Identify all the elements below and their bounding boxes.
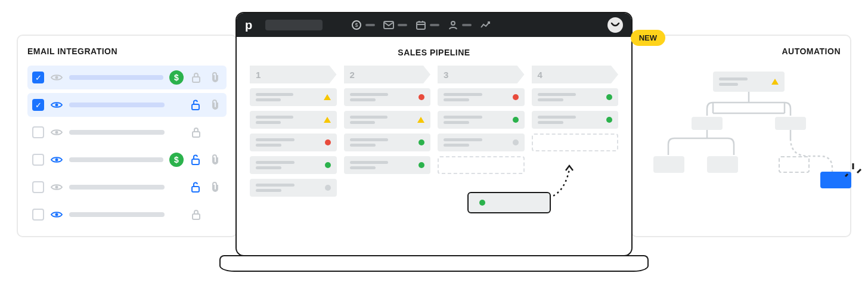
email-row[interactable]: ✓ $	[27, 66, 227, 89]
paperclip-icon[interactable]	[209, 72, 222, 83]
deal-card[interactable]	[344, 134, 431, 151]
paperclip-icon[interactable]	[209, 154, 222, 165]
paperclip-icon[interactable]	[209, 182, 222, 193]
svg-point-2	[55, 104, 58, 107]
nav-contacts[interactable]	[448, 20, 472, 30]
deal-card[interactable]	[438, 134, 525, 151]
deal-card[interactable]	[250, 111, 337, 129]
automation-tree	[641, 66, 841, 215]
row-placeholder	[69, 157, 163, 162]
deal-card[interactable]	[344, 88, 431, 106]
checkbox-icon[interactable]	[32, 126, 44, 138]
email-row[interactable]	[27, 175, 227, 199]
deal-card[interactable]	[532, 88, 619, 106]
svg-line-12	[845, 174, 848, 176]
automation-node[interactable]	[707, 156, 738, 173]
pipeline-stage: 3	[438, 66, 525, 197]
brand-logo[interactable]: p	[245, 18, 257, 32]
row-placeholder	[69, 103, 165, 107]
deal-card[interactable]	[250, 179, 337, 197]
unlock-icon[interactable]	[190, 182, 203, 193]
deal-card[interactable]	[250, 88, 337, 106]
status-dot-icon	[325, 162, 331, 168]
warning-icon	[417, 117, 424, 123]
status-dot-icon	[325, 139, 331, 145]
pipeline-stage: 2	[344, 66, 431, 197]
svg-rect-3	[192, 104, 199, 110]
status-dot-icon	[325, 185, 331, 191]
nav-deals[interactable]: $	[351, 20, 375, 30]
email-row[interactable]	[27, 120, 227, 144]
stage-header[interactable]: 3	[438, 66, 525, 83]
nav-calendar[interactable]	[416, 20, 439, 30]
status-dot-icon	[418, 94, 424, 100]
deal-card[interactable]	[344, 111, 431, 129]
panel-title: AUTOMATION	[641, 46, 841, 56]
email-integration-panel: EMAIL INTEGRATION ✓ $ ✓	[17, 35, 237, 237]
dragging-deal-card[interactable]	[467, 192, 551, 213]
email-rows: ✓ $ ✓	[27, 66, 227, 226]
eye-icon[interactable]	[50, 98, 63, 111]
svg-point-0	[55, 76, 58, 79]
new-badge: NEW	[631, 30, 665, 46]
lock-icon[interactable]	[190, 209, 203, 220]
search-input[interactable]	[265, 20, 323, 30]
unlock-icon[interactable]	[190, 100, 203, 110]
window-title: SALES PIPELINE	[237, 37, 631, 66]
eye-icon[interactable]	[50, 208, 63, 221]
row-placeholder	[69, 130, 165, 135]
deal-card[interactable]	[438, 111, 525, 129]
eye-icon[interactable]	[50, 71, 63, 84]
laptop-base	[219, 255, 649, 273]
automation-node[interactable]	[653, 156, 684, 173]
deal-card[interactable]	[438, 88, 525, 106]
money-icon: $	[169, 153, 184, 167]
stage-header[interactable]: 1	[250, 66, 337, 83]
nav-insights[interactable]	[480, 21, 491, 29]
email-row[interactable]	[27, 203, 227, 226]
eye-icon[interactable]	[50, 181, 63, 194]
unlock-icon[interactable]	[190, 154, 203, 165]
svg-line-14	[857, 169, 861, 173]
deal-card[interactable]	[250, 134, 337, 151]
avatar[interactable]	[607, 17, 623, 33]
automation-slot[interactable]	[779, 156, 810, 173]
deal-card[interactable]	[250, 156, 337, 174]
automation-root-node[interactable]	[713, 72, 785, 92]
eye-icon[interactable]	[50, 153, 63, 166]
eye-icon[interactable]	[50, 126, 63, 139]
drop-slot[interactable]	[532, 134, 619, 151]
checkbox-icon[interactable]: ✓	[32, 72, 44, 83]
checkbox-icon[interactable]: ✓	[32, 99, 44, 111]
app-window: p $	[235, 12, 633, 256]
email-row[interactable]: ✓	[27, 93, 227, 117]
svg-rect-5	[193, 132, 200, 137]
deal-card[interactable]	[532, 111, 619, 129]
warning-icon	[324, 94, 331, 100]
pipeline-stage: 1	[250, 66, 337, 197]
stage-header[interactable]: 4	[532, 66, 619, 83]
svg-text:$: $	[355, 22, 358, 28]
row-placeholder	[69, 185, 165, 190]
checkbox-icon[interactable]	[32, 181, 44, 193]
nav-mail[interactable]	[383, 21, 407, 29]
automation-node[interactable]	[775, 117, 806, 130]
drop-slot[interactable]	[438, 156, 525, 174]
automation-panel: AUTOMATION	[631, 35, 851, 237]
automation-node[interactable]	[692, 117, 723, 130]
lock-icon[interactable]	[190, 127, 203, 138]
row-placeholder	[69, 75, 163, 80]
stage-header[interactable]: 2	[344, 66, 431, 83]
paperclip-icon[interactable]	[209, 100, 222, 110]
panel-title: EMAIL INTEGRATION	[27, 46, 227, 56]
lock-icon[interactable]	[190, 72, 203, 83]
svg-point-8	[55, 186, 58, 189]
row-placeholder	[69, 212, 165, 217]
deal-card[interactable]	[344, 156, 431, 174]
checkbox-icon[interactable]	[32, 209, 44, 221]
svg-rect-7	[192, 159, 199, 165]
checkbox-icon[interactable]	[32, 154, 44, 166]
email-row[interactable]: $	[27, 148, 227, 172]
status-dot-icon	[418, 139, 424, 145]
svg-point-4	[55, 131, 58, 134]
